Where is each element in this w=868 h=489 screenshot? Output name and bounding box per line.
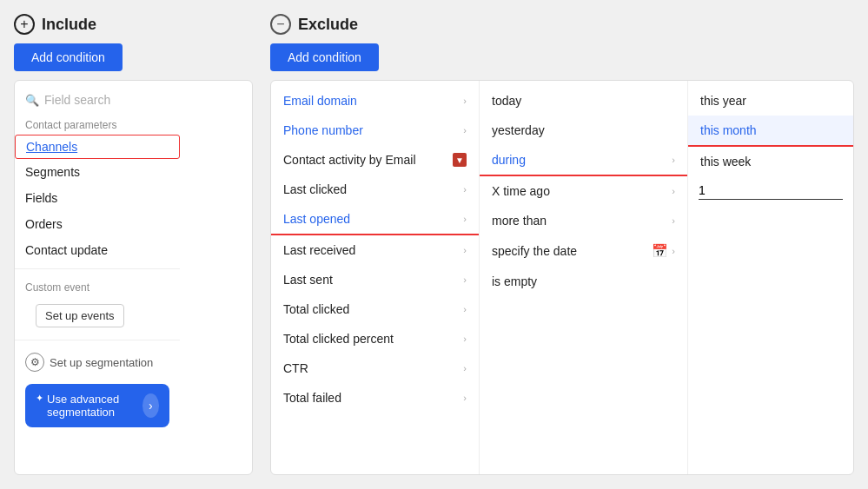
options-column: today yesterday during › X time ago › mo… <box>480 81 688 474</box>
include-icon: + <box>14 14 35 35</box>
chevron-icon: › <box>463 125 467 135</box>
include-panel: + Include Add condition 🔍 Field search C… <box>14 14 253 475</box>
sidebar-divider <box>15 268 180 269</box>
chevron-icon: › <box>672 155 675 165</box>
advanced-seg-label: Use advanced segmentation <box>47 393 142 419</box>
option-yesterday[interactable]: yesterday <box>480 116 687 145</box>
chevron-icon: › <box>672 246 675 256</box>
chevron-icon: › <box>463 393 467 403</box>
sidebar-item-channels[interactable]: Channels <box>15 135 180 159</box>
include-header: + Include <box>14 14 253 35</box>
custom-event-label: Custom event <box>15 274 180 297</box>
field-total-failed[interactable]: Total failed › <box>271 383 479 413</box>
chevron-icon: › <box>463 304 467 314</box>
fields-column: Email domain › Phone number › Contact ac… <box>271 81 480 474</box>
contact-params-label: Contact parameters <box>15 112 180 135</box>
option-x-time-ago[interactable]: X time ago › <box>480 176 687 206</box>
field-total-clicked[interactable]: Total clicked › <box>271 294 479 324</box>
chevron-icon: › <box>672 186 675 196</box>
exclude-panel: − Exclude Add condition Email domain › P… <box>270 14 854 475</box>
field-contact-activity-email[interactable]: Contact activity by Email ▼ <box>271 145 479 175</box>
include-dropdown: 🔍 Field search Contact parameters Channe… <box>14 80 253 475</box>
option-is-empty[interactable]: is empty <box>480 267 687 296</box>
sidebar-item-segments[interactable]: Segments <box>15 159 180 185</box>
sidebar-item-contact-update[interactable]: Contact update <box>15 237 180 263</box>
sidebar-item-orders[interactable]: Orders <box>15 211 180 237</box>
field-email-domain[interactable]: Email domain › <box>271 86 479 116</box>
field-search-label: Field search <box>44 93 110 107</box>
search-icon: 🔍 <box>25 94 39 107</box>
field-last-received[interactable]: Last received › <box>271 235 479 265</box>
chevron-icon: › <box>463 184 467 195</box>
option-during[interactable]: during › <box>480 145 687 176</box>
field-search-row[interactable]: 🔍 Field search <box>15 88 180 112</box>
value-input[interactable] <box>699 182 843 200</box>
sidebar-divider-2 <box>15 340 180 340</box>
values-column: this year this month this week <box>688 81 853 474</box>
sidebar-item-fields[interactable]: Fields <box>15 185 180 211</box>
gear-icon: ⚙ <box>25 353 44 372</box>
chevron-icon: › <box>463 245 467 255</box>
chevron-icon: › <box>463 274 467 285</box>
value-this-month[interactable]: this month <box>688 116 853 147</box>
option-more-than[interactable]: more than › <box>480 206 687 235</box>
field-ctr[interactable]: CTR › <box>271 354 479 383</box>
field-last-opened[interactable]: Last opened › <box>271 204 479 235</box>
option-today[interactable]: today <box>480 86 687 116</box>
field-total-clicked-percent[interactable]: Total clicked percent › <box>271 324 479 354</box>
setup-segmentation-row[interactable]: ⚙ Set up segmentation <box>15 346 180 379</box>
star-icon: ✦ <box>36 393 43 404</box>
setup-events-button[interactable]: Set up events <box>36 304 124 327</box>
chevron-icon: › <box>463 96 467 106</box>
field-last-clicked[interactable]: Last clicked › <box>271 175 479 204</box>
exclude-icon: − <box>270 14 291 35</box>
value-this-week[interactable]: this week <box>688 147 853 176</box>
chevron-icon: › <box>463 214 467 224</box>
chevron-icon: › <box>463 334 467 344</box>
advanced-segmentation-button[interactable]: ✦ Use advanced segmentation › <box>25 384 169 427</box>
exclude-dropdown: Email domain › Phone number › Contact ac… <box>270 80 854 475</box>
option-specify-date[interactable]: specify the date 📅 › <box>480 235 687 267</box>
error-icon: ▼ <box>453 153 467 167</box>
setup-segmentation-label: Set up segmentation <box>50 356 153 369</box>
exclude-header: − Exclude <box>270 14 854 35</box>
field-last-sent[interactable]: Last sent › <box>271 265 479 294</box>
value-this-year[interactable]: this year <box>688 86 853 116</box>
exclude-add-condition-button[interactable]: Add condition <box>270 43 379 71</box>
chevron-icon: › <box>463 363 467 373</box>
include-sidebar: 🔍 Field search Contact parameters Channe… <box>15 81 180 474</box>
include-title: Include <box>42 16 96 34</box>
exclude-title: Exclude <box>298 16 358 34</box>
calendar-icon: 📅 <box>652 243 668 259</box>
chevron-icon: › <box>672 215 675 226</box>
arrow-circle-icon: › <box>142 393 159 418</box>
include-add-condition-button[interactable]: Add condition <box>14 43 123 71</box>
field-phone-number[interactable]: Phone number › <box>271 116 479 145</box>
